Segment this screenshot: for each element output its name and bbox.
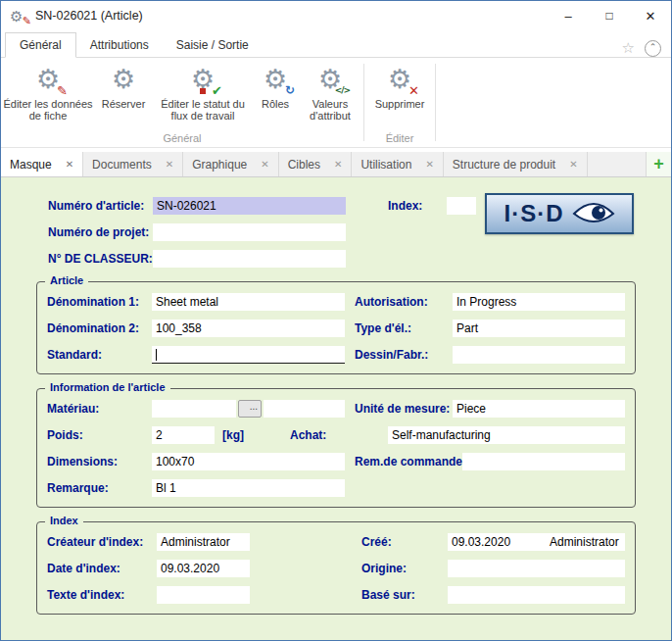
rem-commande-field[interactable] bbox=[462, 453, 625, 470]
window-title: SN-026021 (Article) bbox=[35, 9, 143, 23]
unite-mesure-field[interactable]: Piece bbox=[453, 400, 625, 418]
gear-roles-icon: ⚙↻ bbox=[259, 63, 292, 96]
poids-field[interactable]: 2 bbox=[152, 426, 215, 444]
article-number-field[interactable]: SN-026021 bbox=[153, 197, 346, 215]
ribbon-toolbar: ⚙✎ Éditer les données de fiche ⚙ Réserve… bbox=[1, 58, 671, 148]
tab-close-icon[interactable]: ✕ bbox=[334, 159, 342, 170]
close-button[interactable]: ✕ bbox=[630, 1, 671, 30]
collapse-ribbon-button[interactable]: ⌃ bbox=[645, 40, 661, 57]
tab-structure-de-produit[interactable]: Structure de produit ✕ bbox=[444, 152, 588, 176]
texte-index-label: Texte d'index: bbox=[47, 588, 157, 602]
project-number-field[interactable] bbox=[153, 223, 346, 241]
materiau-field[interactable] bbox=[152, 400, 236, 418]
minimize-button[interactable]: – bbox=[548, 1, 589, 30]
achat-field[interactable]: Self-manufacturing bbox=[388, 426, 625, 444]
tab-close-icon[interactable]: ✕ bbox=[569, 159, 577, 170]
type-label: Type d'él.: bbox=[355, 321, 453, 335]
classeur-label: N° DE CLASSEUR: bbox=[48, 252, 153, 266]
materiau-label: Matériau: bbox=[47, 402, 152, 416]
cree-label: Créé: bbox=[361, 535, 448, 549]
denomination2-field[interactable]: 100_358 bbox=[152, 320, 345, 337]
dialog-window: ⚙✎ SN-026021 (Article) – □ ✕ Général Att… bbox=[0, 0, 672, 641]
classeur-field[interactable] bbox=[153, 250, 346, 268]
delete-button[interactable]: ⚙✕ Supprimer bbox=[366, 60, 433, 130]
standard-row: Standard: Dessin/Fabr.: bbox=[47, 341, 625, 368]
gear-check-icon: ⚙✔ bbox=[186, 63, 219, 96]
materiau-browse-button[interactable]: ... bbox=[238, 400, 262, 418]
roles-button[interactable]: ⚙↻ Rôles bbox=[252, 60, 299, 130]
add-tab-button[interactable]: + bbox=[646, 152, 671, 176]
masque-form: I·S·D Numéro d'article: SN-026021 Index:… bbox=[1, 177, 671, 640]
autorisation-label: Autorisation: bbox=[355, 295, 453, 309]
tab-close-icon[interactable]: ✕ bbox=[166, 159, 173, 170]
ribbon-group-general: ⚙✎ Éditer les données de fiche ⚙ Réserve… bbox=[3, 60, 361, 147]
text-caret bbox=[156, 349, 157, 361]
cree-user-value: Administrator bbox=[550, 535, 619, 549]
ribbon-tab-general[interactable]: Général bbox=[5, 32, 76, 58]
date-index-field[interactable]: 09.03.2020 bbox=[157, 560, 250, 577]
denomination1-label: Dénomination 1: bbox=[47, 295, 152, 309]
group-label-general: Général bbox=[3, 132, 361, 147]
tab-close-icon[interactable]: ✕ bbox=[425, 159, 433, 170]
title-bar: ⚙✎ SN-026021 (Article) – □ ✕ bbox=[1, 1, 671, 30]
standard-label: Standard: bbox=[47, 348, 152, 362]
standard-field[interactable] bbox=[152, 346, 345, 364]
tab-graphique[interactable]: Graphique ✕ bbox=[183, 152, 278, 176]
tab-utilisation[interactable]: Utilisation ✕ bbox=[352, 152, 443, 176]
favorite-star-icon[interactable]: ☆ bbox=[622, 39, 635, 57]
edit-sheet-data-button[interactable]: ⚙✎ Éditer les données de fiche bbox=[3, 60, 93, 130]
tab-documents[interactable]: Documents ✕ bbox=[83, 152, 183, 176]
gear-delete-icon: ⚙✕ bbox=[383, 63, 416, 96]
maximize-button[interactable]: □ bbox=[589, 1, 630, 30]
eye-icon bbox=[572, 201, 615, 226]
index-group: Index Créateur d'index: Administrator Cr… bbox=[36, 521, 636, 615]
denomination1-row: Dénomination 1: Sheet metal Autorisation… bbox=[47, 288, 625, 315]
autorisation-field[interactable]: In Progress bbox=[453, 293, 625, 311]
edit-workflow-status-button[interactable]: ⚙✔ Éditer le statut du flux de travail bbox=[154, 60, 252, 130]
type-field[interactable]: Part bbox=[453, 320, 625, 337]
base-sur-field[interactable] bbox=[448, 586, 625, 604]
ribbon-tab-attributions[interactable]: Attributions bbox=[76, 33, 163, 57]
origine-field[interactable] bbox=[448, 560, 625, 577]
texte-index-field[interactable] bbox=[157, 586, 250, 604]
ribbon-group-editer: ⚙✕ Supprimer Éditer bbox=[366, 60, 433, 147]
remarque-field[interactable]: Bl 1 bbox=[152, 479, 345, 497]
tab-close-icon[interactable]: ✕ bbox=[261, 159, 268, 170]
cree-date-value: 09.03.2020 bbox=[452, 533, 550, 551]
app-gear-pencil-icon: ⚙✎ bbox=[10, 7, 27, 25]
dessin-field[interactable] bbox=[453, 346, 625, 364]
origine-label: Origine: bbox=[361, 562, 448, 575]
remarque-row: Remarque: Bl 1 bbox=[47, 474, 625, 501]
remarque-label: Remarque: bbox=[47, 481, 152, 495]
tab-masque[interactable]: Masque ✕ bbox=[1, 152, 83, 176]
createur-index-row: Créateur d'index: Administrator Créé: 09… bbox=[47, 528, 625, 555]
denomination1-field[interactable]: Sheet metal bbox=[152, 293, 345, 311]
tab-cibles[interactable]: Cibles ✕ bbox=[279, 152, 353, 176]
index-field[interactable] bbox=[447, 197, 476, 215]
poids-label: Poids: bbox=[47, 428, 152, 442]
date-index-label: Date d'index: bbox=[47, 562, 157, 575]
group-label-editer: Éditer bbox=[366, 132, 433, 147]
ribbon-tab-saisie-sortie[interactable]: Saisie / Sortie bbox=[163, 33, 263, 57]
tab-close-icon[interactable]: ✕ bbox=[66, 159, 73, 170]
reserve-button[interactable]: ⚙ Réserver bbox=[93, 60, 154, 130]
classeur-row: N° DE CLASSEUR: bbox=[48, 250, 671, 268]
unite-mesure-label: Unité de mesure: bbox=[355, 402, 453, 416]
rem-commande-label: Rem.de commande bbox=[355, 455, 462, 468]
document-tab-strip: Masque ✕ Documents ✕ Graphique ✕ Cibles … bbox=[1, 152, 671, 177]
base-sur-label: Basé sur: bbox=[361, 588, 448, 602]
createur-index-field[interactable]: Administrator bbox=[157, 533, 250, 551]
toolbar-separator bbox=[363, 64, 364, 141]
materiau-name-field[interactable] bbox=[264, 400, 345, 418]
createur-index-label: Créateur d'index: bbox=[47, 535, 157, 549]
denomination2-label: Dénomination 2: bbox=[47, 321, 152, 335]
dimensions-label: Dimensions: bbox=[47, 455, 152, 468]
poids-row: Poids: 2 [kg] Achat: Self-manufacturing bbox=[47, 421, 625, 448]
attribute-values-button[interactable]: ⚙</> Valeurs d'attribut bbox=[299, 60, 361, 130]
dimensions-field[interactable]: 100x70 bbox=[152, 453, 345, 470]
materiau-row: Matériau: ... Unité de mesure: Piece bbox=[47, 395, 625, 421]
article-info-group-title: Information de l'article bbox=[45, 381, 170, 393]
cree-field[interactable]: 09.03.2020Administrator bbox=[448, 533, 625, 551]
article-group-title: Article bbox=[45, 274, 88, 286]
index-group-title: Index bbox=[45, 515, 83, 526]
